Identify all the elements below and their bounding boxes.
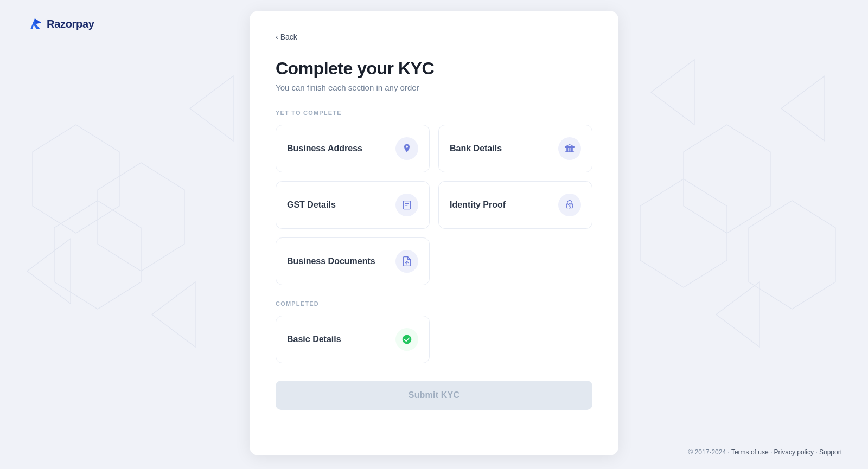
fingerprint-icon xyxy=(564,200,575,210)
copyright-text: © 2017-2024 · xyxy=(688,448,730,456)
completed-label: COMPLETED xyxy=(276,300,592,307)
main-card-wrapper: ‹ Back Complete your KYC You can finish … xyxy=(250,11,618,455)
yet-to-complete-label: YET TO COMPLETE xyxy=(276,110,592,116)
business-documents-icon-circle xyxy=(395,250,418,273)
svg-marker-11 xyxy=(651,60,694,125)
completed-grid: Basic Details xyxy=(276,316,592,363)
identity-proof-card[interactable]: Identity Proof xyxy=(438,181,592,229)
identity-proof-label: Identity Proof xyxy=(450,200,506,210)
support-link[interactable]: Support xyxy=(819,448,842,456)
kyc-row-3: Business Documents xyxy=(276,237,592,285)
gst-details-icon-circle xyxy=(395,194,418,216)
back-label: Back xyxy=(280,33,297,41)
razorpay-logo-icon xyxy=(26,15,43,33)
business-address-card[interactable]: Business Address xyxy=(276,125,430,172)
svg-marker-9 xyxy=(716,282,760,347)
business-documents-card[interactable]: Business Documents xyxy=(276,237,430,285)
document-icon xyxy=(401,200,412,210)
basic-details-card[interactable]: Basic Details xyxy=(276,316,430,363)
location-icon xyxy=(401,143,412,154)
privacy-link[interactable]: Privacy policy xyxy=(774,448,814,456)
terms-link[interactable]: Terms of use xyxy=(731,448,769,456)
back-button[interactable]: ‹ Back xyxy=(276,33,297,41)
bank-details-icon-circle xyxy=(558,137,581,160)
check-circle-icon xyxy=(401,334,412,345)
bank-details-card[interactable]: Bank Details xyxy=(438,125,592,172)
identity-proof-icon-circle xyxy=(558,194,581,216)
basic-details-label: Basic Details xyxy=(287,335,341,344)
svg-point-13 xyxy=(403,335,412,344)
submit-kyc-button[interactable]: Submit KYC xyxy=(276,381,592,410)
svg-marker-5 xyxy=(190,76,233,141)
file-upload-icon xyxy=(401,256,412,267)
completed-section: COMPLETED Basic Details xyxy=(276,300,592,363)
svg-marker-2 xyxy=(33,125,119,233)
logo: Razorpay xyxy=(26,15,94,33)
business-address-icon-circle xyxy=(395,137,418,160)
back-chevron-icon: ‹ xyxy=(276,33,278,41)
svg-marker-4 xyxy=(152,282,195,347)
page-title: Complete your KYC xyxy=(276,59,592,79)
kyc-card-container: ‹ Back Complete your KYC You can finish … xyxy=(250,11,618,455)
bank-icon xyxy=(564,143,575,154)
kyc-row-2: GST Details Identity Proof xyxy=(276,181,592,229)
kyc-row-1: Business Address Bank Details xyxy=(276,125,592,172)
gst-details-label: GST Details xyxy=(287,200,336,210)
business-documents-label: Business Documents xyxy=(287,256,375,266)
bank-details-label: Bank Details xyxy=(450,144,502,153)
page-subtitle: You can finish each section in any order xyxy=(276,83,592,92)
basic-details-icon-circle xyxy=(395,328,418,351)
svg-marker-10 xyxy=(781,76,825,141)
gst-details-card[interactable]: GST Details xyxy=(276,181,430,229)
logo-text: Razorpay xyxy=(47,18,94,30)
svg-rect-12 xyxy=(403,201,410,209)
svg-marker-3 xyxy=(27,239,71,304)
business-address-label: Business Address xyxy=(287,144,362,153)
svg-marker-7 xyxy=(749,201,835,309)
footer: © 2017-2024 · Terms of use · Privacy pol… xyxy=(688,448,842,456)
